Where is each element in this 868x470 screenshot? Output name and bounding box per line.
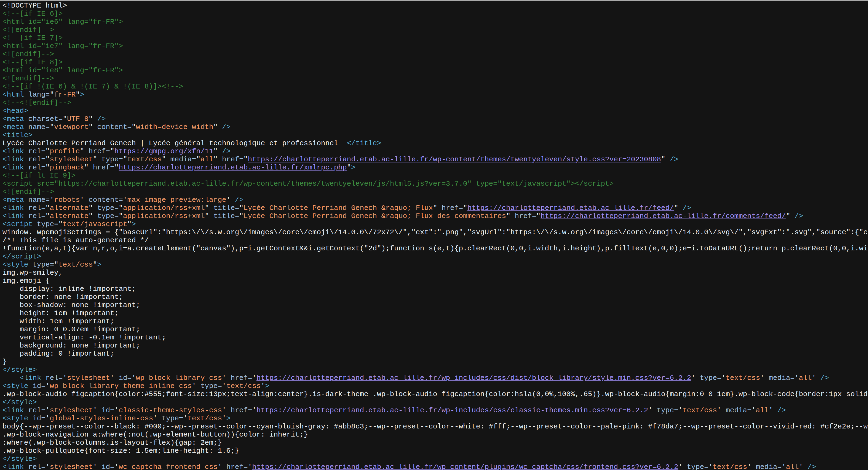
tag-token: <html xyxy=(2,91,24,99)
text-token: border: none !important; xyxy=(2,293,123,301)
attribute-value-token: alternate xyxy=(50,212,89,220)
text-token: " xyxy=(213,147,218,155)
source-code[interactable]: <!DOCTYPE html><!--[if IE 6]><html id="i… xyxy=(0,1,868,470)
text-token: ' xyxy=(153,414,157,422)
attribute-value-token: wc-captcha-frontend-css xyxy=(119,463,218,470)
attribute-value-token: text/javascript xyxy=(63,220,127,228)
attribute-value-token: profile xyxy=(50,147,80,155)
attribute-name-token: rel= xyxy=(24,155,45,164)
text-token: height: 1em !important; xyxy=(2,309,119,317)
tag-token: > xyxy=(132,220,136,228)
text-token: ' xyxy=(812,374,816,382)
source-line: margin: 0 0.07em !important; xyxy=(2,325,868,333)
source-line: vertical-align: -0.1em !important; xyxy=(2,333,868,342)
attribute-value-token: text/css xyxy=(725,374,760,382)
attribute-name-token: media= xyxy=(751,463,782,470)
text-token: " xyxy=(674,204,678,212)
source-hyperlink[interactable]: https://charlotteperriand.etab.ac-lille.… xyxy=(248,155,661,164)
tag-token: /> xyxy=(665,155,678,164)
attribute-name-token: rel= xyxy=(24,164,45,172)
tag-token: /> xyxy=(93,115,106,123)
text-token: " xyxy=(45,204,50,212)
source-line: background: none !important; xyxy=(2,342,868,350)
comment-token: <!--[if IE 6]> xyxy=(2,10,63,18)
text-token: " xyxy=(239,204,244,212)
source-line: /*! This file is auto-generated */ xyxy=(2,236,868,244)
attribute-name-token: href= xyxy=(84,147,110,155)
text-token: " xyxy=(93,155,97,164)
attribute-name-token: type= xyxy=(157,414,183,422)
attribute-name-token: href= xyxy=(437,204,463,212)
source-line: body{--wp--preset--color--black: #000;--… xyxy=(2,422,868,431)
comment-token: <!--<![endif]--> xyxy=(2,99,71,107)
source-hyperlink[interactable]: https://charlotteperriand.etab.ac-lille.… xyxy=(256,406,648,414)
text-token: ' xyxy=(760,374,765,382)
source-hyperlink[interactable]: https://charlotteperriand.etab.ac-lille.… xyxy=(252,463,678,470)
attribute-value-token: pingback xyxy=(50,164,85,172)
attribute-name-token: rel= xyxy=(24,147,45,155)
source-hyperlink[interactable]: https://charlotteperriand.etab.ac-lille.… xyxy=(119,164,347,172)
text-token: Lycée Charlotte Perriand Genech | Lycée … xyxy=(2,139,347,147)
source-line: } xyxy=(2,358,868,366)
tag-token: <link xyxy=(2,164,24,172)
source-line: </style> xyxy=(2,398,868,406)
source-line: <!--[if IE 7]> xyxy=(2,34,868,42)
text-token: ' xyxy=(799,463,803,470)
text-token: " xyxy=(80,147,84,155)
source-hyperlink[interactable]: https://gmpg.org/xfn/11 xyxy=(114,147,213,155)
source-line: <style type="text/css"> xyxy=(2,261,868,269)
tag-token: /> xyxy=(803,463,816,470)
attribute-value-token: text/css xyxy=(226,382,261,390)
source-line: <title> xyxy=(2,131,868,139)
text-token: ' xyxy=(183,414,187,422)
source-line: Lycée Charlotte Perriand Genech | Lycée … xyxy=(2,139,868,147)
source-line: <!--[if lt IE 9]> xyxy=(2,172,868,180)
text-token: " xyxy=(50,123,54,131)
attribute-value-token: text/css xyxy=(127,155,162,164)
tag-token: <meta xyxy=(2,123,24,131)
text-token: " xyxy=(93,261,97,269)
attribute-value-token: viewport xyxy=(54,123,89,131)
attribute-value-token: text/css xyxy=(683,406,717,414)
text-token: ' xyxy=(678,463,683,470)
text-token: vertical-align: -0.1em !important; xyxy=(2,333,166,342)
source-line: <html id="ie8" lang="fr-FR"> xyxy=(2,66,868,75)
source-line: <link rel="alternate" type="application/… xyxy=(2,212,868,220)
text-token: " xyxy=(89,212,93,220)
text-token: " xyxy=(347,164,351,172)
source-hyperlink[interactable]: https://charlotteperriand.etab.ac-lille.… xyxy=(256,374,691,382)
attribute-name-token: name= xyxy=(24,123,50,131)
text-token: ' xyxy=(721,374,725,382)
text-token: width: 1em !important; xyxy=(2,317,114,325)
attribute-name-token: type= xyxy=(196,382,222,390)
text-token: box-shadow: none !important; xyxy=(2,301,140,309)
text-token: ' xyxy=(678,406,683,414)
text-token: } xyxy=(2,358,7,366)
text-token: " xyxy=(132,123,136,131)
attribute-value-token: Lycée Charlotte Perriand Genech &raquo; … xyxy=(244,212,506,220)
source-line: </script> xyxy=(2,253,868,261)
text-token: " xyxy=(45,212,50,220)
text-token: " xyxy=(45,147,50,155)
source-hyperlink[interactable]: https://charlotteperriand.etab.ac-lille.… xyxy=(540,212,786,220)
attribute-name-token: id= xyxy=(28,382,45,390)
text-token: " xyxy=(50,91,54,99)
text-token: .wp-block-navigation a:where(:not(.wp-el… xyxy=(2,431,308,439)
text-token: " xyxy=(63,115,67,123)
attribute-name-token: title= xyxy=(209,212,239,220)
text-token: " xyxy=(196,155,200,164)
tag-token: > xyxy=(265,382,270,390)
source-line: <![endif]--> xyxy=(2,188,868,196)
text-token: " xyxy=(433,204,437,212)
tag-token: /> xyxy=(816,374,829,382)
text-token: padding: 0 !important; xyxy=(2,350,114,358)
attribute-value-token: stylesheet xyxy=(67,374,110,382)
attribute-value-token: width=device-width xyxy=(136,123,213,131)
text-token: img.wp-smiley, xyxy=(2,269,63,277)
source-line: <style id='global-styles-inline-css' typ… xyxy=(2,414,868,422)
tag-token: </style> xyxy=(2,455,37,463)
source-hyperlink[interactable]: https://charlotteperriand.etab.ac-lille.… xyxy=(467,204,674,212)
attribute-name-token: rel= xyxy=(24,406,45,414)
tag-token: > xyxy=(226,414,230,422)
tag-token: /> xyxy=(218,123,230,131)
